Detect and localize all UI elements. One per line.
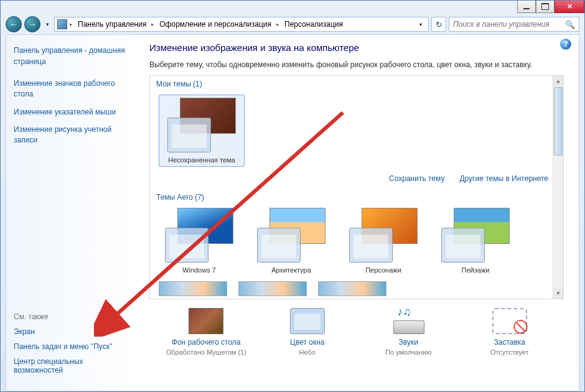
tile-value: По умолчанию (385, 348, 431, 356)
scroll-thumb[interactable] (554, 87, 563, 156)
tile-label: Фон рабочего стола (172, 338, 241, 347)
breadcrumb-item[interactable]: Персонализация (282, 19, 345, 30)
tile-value: Отсутствует (490, 348, 529, 356)
navbar: ← → ▾ ▸ Панель управления ▸ Оформление и… (1, 14, 584, 34)
nav-history-dropdown[interactable]: ▾ (43, 19, 52, 30)
chevron-right-icon[interactable]: ▸ (68, 21, 74, 27)
chevron-right-icon[interactable]: ▸ (150, 21, 156, 27)
search-box[interactable]: 🔍 (449, 17, 579, 32)
refresh-button[interactable]: ↻ (431, 17, 446, 32)
scroll-up-button[interactable]: ▲ (553, 76, 563, 86)
tile-value: Обработано Мушегом (1) (166, 348, 246, 356)
scroll-down-button[interactable]: ▼ (553, 288, 563, 299)
maximize-button[interactable] (536, 1, 555, 13)
forward-button[interactable]: → (24, 16, 40, 32)
search-icon[interactable]: 🔍 (565, 20, 575, 29)
annotation-arrow (94, 88, 374, 337)
search-input[interactable] (453, 20, 565, 29)
scrollbar[interactable]: ▲ ▼ (553, 76, 563, 299)
see-also-taskbar[interactable]: Панель задач и меню "Пуск" (14, 342, 129, 351)
minimize-button[interactable] (517, 1, 536, 13)
breadcrumb-item[interactable]: Оформление и персонализация (157, 19, 274, 30)
tile-sounds[interactable]: Звуки По умолчанию (362, 308, 455, 356)
theme-item-landscapes[interactable]: Пейзажи (435, 208, 516, 274)
save-theme-link[interactable]: Сохранить тему (389, 174, 444, 183)
breadcrumb-dropdown[interactable]: ▾ (416, 19, 426, 30)
close-button[interactable] (555, 1, 584, 13)
tile-label: Цвет окна (290, 338, 324, 347)
back-button[interactable]: ← (6, 16, 22, 32)
page-description: Выберите тему, чтобы одновременно измени… (149, 60, 579, 69)
see-also-accessibility[interactable]: Центр специальных возможностей (14, 357, 129, 375)
help-icon[interactable]: ? (560, 39, 571, 50)
more-themes-link[interactable]: Другие темы в Интернете (459, 174, 548, 183)
breadcrumb[interactable]: ▸ Панель управления ▸ Оформление и персо… (54, 17, 429, 32)
tile-value: Небо (299, 348, 316, 356)
location-icon (57, 19, 67, 29)
sidebar-home-link[interactable]: Панель управления - домашняя страница (14, 45, 129, 67)
titlebar (1, 1, 584, 14)
chevron-right-icon[interactable]: ▸ (275, 21, 281, 27)
screensaver-icon (492, 308, 527, 334)
tile-label: Заставка (494, 338, 525, 347)
page-title: Изменение изображения и звука на компьют… (149, 42, 579, 53)
breadcrumb-item[interactable]: Панель управления (75, 19, 149, 30)
explorer-window: ← → ▾ ▸ Панель управления ▸ Оформление и… (0, 0, 585, 392)
window-controls (517, 1, 584, 13)
theme-label: Пейзажи (462, 266, 490, 274)
tile-screensaver[interactable]: Заставка Отсутствует (463, 308, 556, 356)
tile-label: Звуки (399, 338, 418, 347)
svg-line-1 (113, 113, 343, 318)
sounds-icon (391, 308, 426, 334)
